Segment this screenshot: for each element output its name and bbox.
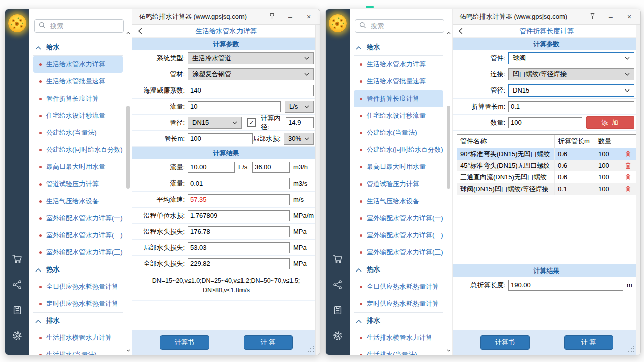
- system-type-dropdown[interactable]: 生活冷水管道: [188, 52, 314, 64]
- pipe-material-dropdown[interactable]: 涂塑复合钢管: [188, 68, 314, 80]
- scroll-down-icon[interactable]: [446, 348, 451, 353]
- menu-item[interactable]: 生活排水横管水力计算: [33, 329, 123, 346]
- sidebar-scrollbar[interactable]: [125, 30, 131, 354]
- settings-gear-icon[interactable]: [11, 330, 23, 342]
- menu-item[interactable]: 管道试验压力计算: [354, 175, 443, 193]
- menu-item[interactable]: 管道试验压力计算: [33, 175, 123, 193]
- menu-item[interactable]: 生活给水管批量速算: [33, 73, 123, 90]
- hazen-coefficient-input[interactable]: [188, 85, 314, 96]
- resize-grip[interactable]: [633, 346, 634, 347]
- menu-item[interactable]: 室外输配水管水力详算(一): [33, 210, 123, 227]
- menu-section-header[interactable]: 排水: [354, 312, 443, 329]
- menu-item[interactable]: 室外输配水管水力详算(三): [354, 244, 443, 261]
- menu-item[interactable]: 住宅给水设计秒流量: [354, 107, 443, 124]
- quantity-input[interactable]: [508, 117, 582, 128]
- pin-icon[interactable]: [588, 12, 596, 21]
- menu-item[interactable]: 生活给水管水力详算: [33, 56, 123, 73]
- menu-item[interactable]: 室外输配水管水力详算(一): [354, 210, 443, 227]
- menu-item[interactable]: 生活给水管水力详算: [354, 56, 443, 73]
- menu-section-header[interactable]: 排水: [33, 312, 123, 329]
- flow-ls-result-input[interactable]: [188, 162, 235, 173]
- total-length-result-input[interactable]: [508, 280, 623, 291]
- menu-section-header[interactable]: 热水: [354, 261, 443, 278]
- table-row[interactable]: 90°标准弯头(DN15)无凹口螺纹 0.6 100: [457, 148, 636, 160]
- menu-item[interactable]: 生活排水(当量法): [354, 346, 443, 355]
- resize-grip[interactable]: [313, 346, 314, 347]
- scroll-down-icon[interactable]: [126, 348, 131, 353]
- sunflower-logo-icon[interactable]: [329, 14, 347, 32]
- back-icon[interactable]: [458, 28, 463, 34]
- delete-row-button[interactable]: [620, 183, 636, 195]
- menu-item[interactable]: 最高日最大时用水量: [33, 158, 123, 175]
- inner-diameter-checkbox[interactable]: ✓: [247, 118, 256, 127]
- calculate-button[interactable]: 计 算: [564, 335, 613, 350]
- local-headloss-result-input[interactable]: [188, 242, 290, 253]
- menu-item[interactable]: 生活给水管批量速算: [354, 73, 443, 90]
- panel-scrollbar[interactable]: [315, 25, 320, 355]
- sidebar-scrollbar[interactable]: [446, 30, 452, 354]
- menu-item[interactable]: 定时供应热水耗热量计算: [354, 295, 443, 312]
- minimize-icon[interactable]: –: [607, 13, 615, 21]
- close-icon[interactable]: ×: [305, 13, 313, 21]
- menu-item[interactable]: 全日供应热水耗热量计算: [354, 278, 443, 295]
- sunflower-logo-icon[interactable]: [8, 14, 26, 32]
- scroll-up-icon[interactable]: [446, 30, 451, 35]
- diameter-dropdown[interactable]: DN15: [508, 84, 634, 97]
- flow-unit-dropdown[interactable]: L/s: [285, 101, 314, 113]
- scroll-up-icon[interactable]: [126, 30, 131, 35]
- minimize-icon[interactable]: –: [286, 13, 294, 21]
- notes-icon[interactable]: [11, 304, 23, 316]
- delete-row-button[interactable]: [620, 148, 636, 160]
- scrollbar-thumb[interactable]: [126, 106, 130, 189]
- menu-section-header[interactable]: 给水: [354, 39, 443, 56]
- menu-item[interactable]: 最高日最大时用水量: [354, 158, 443, 175]
- menu-item[interactable]: 生活气压给水设备: [354, 193, 443, 210]
- menu-item[interactable]: 管件折算长度计算: [33, 90, 123, 107]
- add-button[interactable]: 添 加: [586, 116, 634, 129]
- share-icon[interactable]: [11, 279, 23, 291]
- friction-headloss-result-input[interactable]: [188, 226, 290, 237]
- search-box[interactable]: [34, 19, 124, 33]
- converted-length-input[interactable]: [508, 101, 634, 112]
- menu-item[interactable]: 公建给水(同时给水百分数): [354, 141, 443, 158]
- menu-section-header[interactable]: 给水: [33, 39, 123, 56]
- menu-item[interactable]: 室外输配水管水力详算(二): [354, 227, 443, 244]
- settings-gear-icon[interactable]: [332, 330, 344, 342]
- menu-item[interactable]: 生活排水横管水力计算: [354, 329, 443, 346]
- table-row[interactable]: 三通直向流(DN15)无凹口螺纹 0.6 100: [457, 171, 636, 183]
- velocity-result-input[interactable]: [188, 194, 290, 205]
- flow-input[interactable]: [188, 101, 281, 112]
- back-icon[interactable]: [138, 28, 142, 34]
- panel-scrollbar[interactable]: [636, 25, 640, 355]
- inner-diameter-input[interactable]: [286, 117, 314, 128]
- fitting-dropdown[interactable]: 球阀: [508, 52, 634, 64]
- cart-icon[interactable]: [332, 253, 344, 265]
- menu-item[interactable]: 定时供应热水耗热量计算: [33, 295, 123, 312]
- search-input[interactable]: [370, 22, 440, 30]
- close-icon[interactable]: ×: [625, 13, 633, 21]
- share-icon[interactable]: [332, 279, 344, 291]
- total-headloss-result-input[interactable]: [188, 258, 290, 269]
- report-button[interactable]: 计算书: [160, 335, 209, 350]
- menu-item[interactable]: 室外输配水管水力详算(三): [33, 244, 123, 261]
- unit-headloss-result-input[interactable]: [188, 210, 290, 221]
- pin-icon[interactable]: [268, 12, 276, 21]
- menu-section-header[interactable]: 热水: [33, 261, 123, 278]
- menu-item[interactable]: 住宅给水设计秒流量: [33, 107, 123, 124]
- menu-item[interactable]: 公建给水(当量法): [33, 124, 123, 141]
- menu-item[interactable]: 生活气压给水设备: [33, 193, 123, 210]
- search-box[interactable]: [355, 19, 444, 33]
- menu-item[interactable]: 管件折算长度计算: [354, 90, 443, 107]
- table-row[interactable]: 45°标准弯头(DN15)无凹口螺纹 0.6 100: [457, 160, 636, 171]
- menu-item[interactable]: 生活排水(当量法): [33, 346, 123, 355]
- delete-row-button[interactable]: [620, 160, 636, 171]
- flow-m3h-result-input[interactable]: [252, 162, 290, 173]
- local-loss-dropdown[interactable]: 30%: [284, 133, 314, 145]
- scrollbar-thumb[interactable]: [447, 106, 450, 189]
- delete-row-button[interactable]: [620, 171, 636, 183]
- flow-m3s-result-input[interactable]: [188, 178, 290, 189]
- report-button[interactable]: 计算书: [480, 335, 530, 350]
- diameter-dropdown[interactable]: DN15: [188, 117, 242, 129]
- pipe-length-input[interactable]: [188, 133, 253, 144]
- menu-item[interactable]: 全日供应热水耗热量计算: [33, 278, 123, 295]
